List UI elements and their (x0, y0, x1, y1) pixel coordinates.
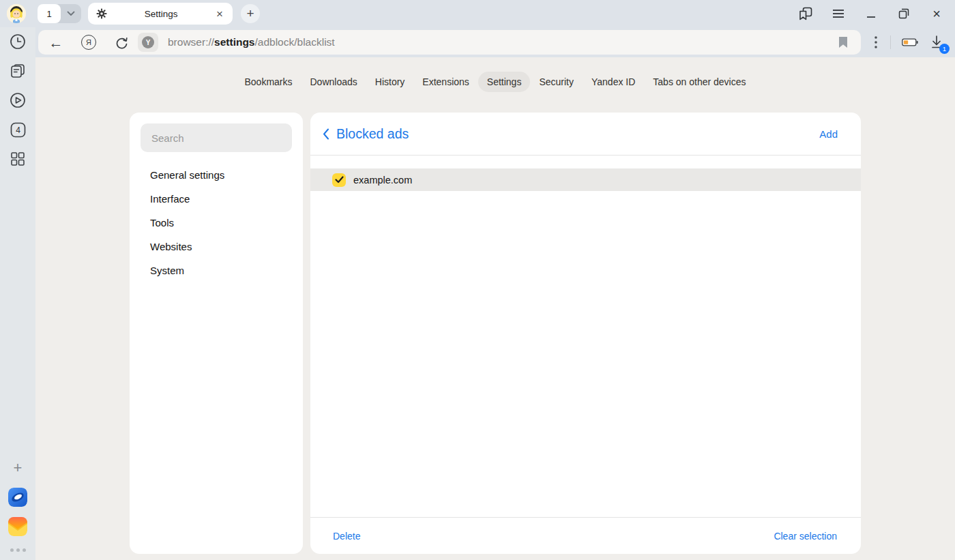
row-checkbox[interactable] (332, 173, 346, 187)
search-input[interactable] (141, 123, 292, 152)
settings-menu: General settings Interface Tools Website… (141, 163, 292, 282)
sidebar-more-button[interactable] (10, 548, 26, 552)
tab-group-chevron[interactable] (61, 11, 81, 16)
reload-button[interactable] (113, 34, 130, 50)
address-url[interactable]: browser://settings/adblock/blacklist (168, 36, 335, 48)
tab-bookmarks[interactable]: Bookmarks (235, 72, 301, 92)
tab-history[interactable]: History (366, 72, 414, 92)
settings-sidebar-card: General settings Interface Tools Website… (130, 113, 303, 554)
clear-selection-button[interactable]: Clear selection (774, 531, 837, 542)
battery-icon (902, 37, 918, 48)
tab-group-control: 1 (38, 4, 81, 23)
browser-window: 1 (0, 0, 955, 560)
downloads-badge: 1 (939, 44, 950, 54)
tab-downloads[interactable]: Downloads (302, 72, 366, 92)
documents-icon (9, 62, 27, 80)
add-panel-button[interactable]: + (8, 458, 27, 477)
app-sidebar: 4 + (0, 27, 35, 560)
menu-item-websites[interactable]: Websites (141, 235, 292, 259)
menu-item-tools[interactable]: Tools (141, 211, 292, 235)
blocked-ads-panel: Blocked ads Add example.com De (310, 113, 861, 554)
tab-yandex-id[interactable]: Yandex ID (583, 72, 644, 92)
tab-counter-icon: 4 (10, 121, 27, 138)
gear-favicon-icon (96, 8, 107, 19)
minimize-icon (866, 9, 876, 18)
svg-text:4: 4 (16, 126, 20, 135)
yandex-mail-app-button[interactable] (8, 517, 27, 536)
toolbar-divider (890, 35, 891, 49)
list-top-gap (310, 156, 861, 168)
back-arrow-icon: ← (49, 35, 63, 50)
bookmark-page-button[interactable] (835, 34, 851, 50)
tab-group-count[interactable]: 1 (38, 4, 61, 23)
panels-icon (798, 6, 813, 21)
selection-footer: Delete Clear selection (310, 517, 861, 554)
reload-icon (115, 36, 128, 49)
profile-avatar[interactable] (7, 4, 26, 23)
tab-security[interactable]: Security (530, 72, 583, 92)
browser-tab-settings[interactable]: Settings × (88, 3, 233, 25)
bookmark-icon (838, 36, 849, 48)
video-button[interactable] (8, 91, 27, 110)
tab-close-icon[interactable]: × (215, 8, 224, 20)
yandex-logo-icon: Я (81, 35, 96, 50)
chevron-left-icon[interactable] (323, 128, 329, 140)
apps-grid-button[interactable] (8, 149, 27, 168)
tab-extensions[interactable]: Extensions (413, 72, 478, 92)
grid-icon (10, 151, 25, 166)
kebab-icon (875, 36, 877, 48)
play-circle-icon (9, 91, 27, 109)
url-path: /adblock/blacklist (255, 36, 335, 48)
settings-page: Bookmarks Downloads History Extensions S… (35, 57, 955, 560)
clock-icon (9, 33, 27, 50)
extensions-menu-button[interactable] (868, 34, 884, 50)
url-scheme: browser:// (168, 36, 214, 48)
settings-nav-tabs: Bookmarks Downloads History Extensions S… (35, 57, 955, 92)
toolbar: ← Я Y browser://settings/adblock/blackli… (35, 27, 955, 57)
chevron-down-icon (67, 11, 75, 16)
url-host: settings (214, 36, 254, 48)
tab-title: Settings (107, 9, 215, 19)
site-protect-badge[interactable]: Y (138, 33, 158, 52)
back-button[interactable]: ← (48, 34, 64, 50)
protect-icon: Y (142, 36, 154, 48)
side-panels-button[interactable] (797, 5, 814, 22)
delete-button[interactable]: Delete (333, 531, 360, 542)
plus-icon: + (14, 459, 23, 477)
blocked-site-domain: example.com (353, 175, 412, 186)
yandex-browser-app-button[interactable] (8, 488, 27, 507)
feed-button[interactable] (8, 61, 27, 80)
blocked-ads-header: Blocked ads Add (310, 113, 861, 155)
app-sidebar-bottom: + (8, 448, 27, 560)
blocked-site-row[interactable]: example.com (310, 168, 861, 191)
menu-item-general-settings[interactable]: General settings (141, 163, 292, 187)
toolbar-right-cluster: 1 (861, 27, 955, 57)
new-tab-button[interactable]: + (241, 4, 260, 23)
tab-other-devices[interactable]: Tabs on other devices (644, 72, 754, 92)
browser-logo-icon (8, 488, 27, 507)
omnibox[interactable]: ← Я Y browser://settings/adblock/blackli… (38, 30, 861, 55)
downloads-button[interactable]: 1 (928, 33, 945, 51)
menu-item-system[interactable]: System (141, 259, 292, 282)
list-empty-area (310, 191, 861, 517)
restore-button[interactable] (896, 5, 912, 22)
menu-item-interface[interactable]: Interface (141, 187, 292, 211)
add-button[interactable]: Add (819, 128, 838, 140)
titlebar: 1 (0, 0, 955, 27)
restore-icon (898, 8, 909, 19)
battery-saver-button[interactable] (902, 34, 918, 50)
close-icon: × (932, 7, 941, 20)
tabs-count-button[interactable]: 4 (8, 120, 27, 139)
mail-logo-icon (8, 517, 27, 536)
yandex-home-button[interactable]: Я (80, 34, 97, 50)
page-title[interactable]: Blocked ads (336, 126, 409, 142)
close-window-button[interactable]: × (928, 5, 945, 22)
checkmark-icon (335, 176, 344, 183)
minimize-button[interactable] (863, 5, 879, 22)
tab-settings[interactable]: Settings (478, 72, 531, 92)
menu-button[interactable] (830, 5, 847, 22)
avatar-illustration (7, 4, 26, 23)
hamburger-icon (833, 10, 844, 18)
settings-layout: General settings Interface Tools Website… (130, 113, 861, 554)
history-button[interactable] (8, 32, 27, 51)
